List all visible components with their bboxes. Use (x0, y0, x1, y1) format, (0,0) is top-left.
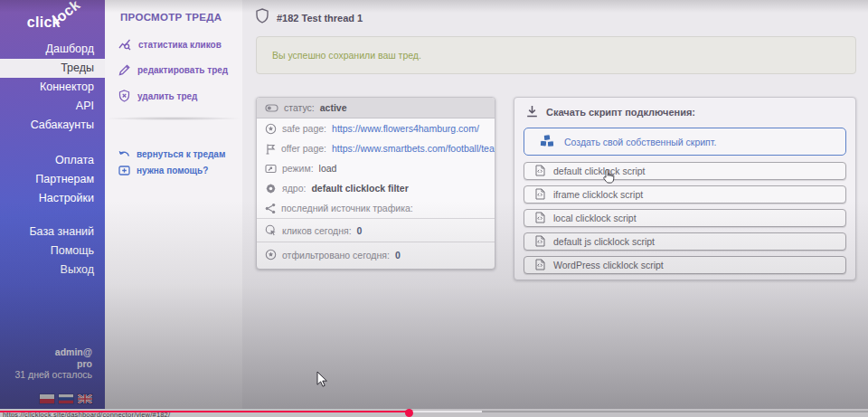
script-button-label: WordPress clicklock script (553, 260, 664, 270)
edit-thread-label: редактировать тред (137, 65, 228, 75)
shield-star-icon (265, 123, 277, 135)
status-value: active (320, 98, 347, 118)
filtered-today-value: 0 (395, 250, 401, 261)
share-icon (265, 203, 276, 214)
sidebar-nav: Дашборд Треды Коннектор API Сабакаунты О… (0, 40, 105, 280)
chart-magnifier-icon (118, 38, 131, 51)
video-progress-buffer (409, 411, 482, 412)
download-scripts-card: Скачать скрипт подключения: Создать свой… (514, 97, 856, 280)
mode-icon (265, 164, 277, 174)
mode-value: load (319, 163, 337, 174)
sidebar-item-subaccounts[interactable]: Сабакаунты (0, 116, 105, 135)
video-progress-handle[interactable] (405, 409, 413, 417)
safe-page-link[interactable]: https://www.flowers4hamburg.com/ (332, 123, 479, 134)
filtered-today-row: отфильтровано сегодня: 0 (257, 242, 495, 267)
sidebar-item-threads[interactable]: Треды (0, 59, 105, 78)
account-info: admin@ pro 31 дней осталось (14, 346, 92, 381)
file-code-icon (535, 259, 545, 272)
status-label: статус: (284, 98, 315, 118)
create-custom-script-button[interactable]: Создать свой собственный скрипт. (524, 128, 846, 156)
mode-label: режим: (282, 163, 314, 174)
delete-thread-link[interactable]: удалить тред (118, 90, 197, 102)
back-to-threads-label: вернуться к тредам (137, 149, 225, 159)
page-header: #182 Test thread 1 (256, 8, 363, 27)
script-button-label: iframe clicklock script (553, 189, 643, 200)
sidebar-item-payment[interactable]: Оплата (0, 151, 105, 170)
thread-status-card: статус: active safe page: https://www.fl… (256, 97, 495, 270)
create-custom-script-label: Создать свой собственный скрипт. (564, 137, 716, 147)
script-button-label: default js clicklock script (553, 236, 655, 247)
script-button-label: default clicklock script (553, 166, 646, 176)
traffic-source-label: последний источник трафика: (281, 203, 413, 213)
sidebar-item-api[interactable]: API (0, 97, 105, 116)
russia-flag-icon[interactable] (59, 394, 73, 403)
download-icon (526, 105, 538, 119)
filtered-today-label: отфильтровано сегодня: (282, 250, 390, 261)
clicklock-logo: clicklock (27, 14, 90, 31)
script-button-default-js[interactable]: default js clicklock script (524, 232, 846, 251)
success-alert-text: Вы успешно сохранили ваш тред. (257, 37, 855, 74)
scripts-card-title: Скачать скрипт подключения: (546, 107, 695, 118)
offer-page-link[interactable]: https://www.smartbets.com/football/tea..… (332, 143, 495, 154)
language-switcher (40, 394, 92, 403)
safe-page-label: safe page: (282, 123, 326, 134)
core-value: default clicklock filter (311, 183, 408, 194)
file-code-icon (535, 188, 545, 202)
click-stats-label: статистика кликов (138, 40, 222, 50)
poland-flag-icon[interactable] (40, 394, 54, 403)
scripts-card-header: Скачать скрипт подключения: (526, 105, 695, 119)
safe-page-row: safe page: https://www.flowers4hamburg.c… (257, 118, 495, 138)
undo-arrow-icon (118, 150, 130, 159)
edit-thread-link[interactable]: редактировать тред (118, 64, 228, 76)
thread-view-panel: ПРОСМОТР ТРЕДА статистика кликов редакти… (105, 0, 242, 411)
clicks-today-row: кликов сегодня: 0 (257, 218, 495, 242)
account-email: admin@ (14, 346, 92, 358)
sidebar-item-help[interactable]: Помощь (0, 242, 105, 261)
click-cursor-icon (265, 224, 277, 236)
script-button-label: local clicklock script (553, 213, 637, 223)
clicks-today-value: 0 (357, 225, 363, 236)
arrow-cursor (316, 371, 328, 392)
sidebar-item-logout[interactable]: Выход (0, 261, 105, 280)
sidebar-item-dashboard[interactable]: Дашборд (0, 40, 105, 59)
script-button-wordpress[interactable]: WordPress clicklock script (524, 256, 846, 274)
offer-page-row: offer page: https://www.smartbets.com/fo… (257, 138, 495, 158)
sidebar-item-knowledge-base[interactable]: База знаний (0, 223, 105, 242)
sidebar-item-partners[interactable]: Партнерам (0, 170, 105, 189)
script-button-default[interactable]: default clicklock script (524, 162, 846, 180)
back-to-threads-link[interactable]: вернуться к тредам (118, 149, 225, 159)
sidebar-item-connector[interactable]: Коннектор (0, 78, 105, 97)
clicks-today-label: кликов сегодня: (282, 225, 352, 236)
success-alert: Вы успешно сохранили ваш тред. (256, 36, 856, 74)
account-days-left: 31 дней осталось (14, 369, 92, 381)
script-button-local[interactable]: local clicklock script (524, 209, 846, 227)
shield-x-icon (118, 90, 130, 102)
toggle-icon (265, 104, 278, 112)
file-code-icon (535, 212, 545, 225)
delete-thread-label: удалить тред (137, 91, 197, 101)
offer-page-label: offer page: (281, 143, 326, 154)
sidebar: clicklock Дашборд Треды Коннектор API Са… (0, 0, 105, 411)
core-row: ядро: default clicklock filter (257, 178, 495, 198)
core-label: ядро: (282, 183, 306, 194)
thread-panel-title: ПРОСМОТР ТРЕДА (120, 12, 222, 23)
gear-icon (265, 183, 277, 194)
shield-icon (256, 8, 269, 27)
page-title: #182 Test thread 1 (277, 13, 363, 24)
flag-icon (265, 143, 276, 155)
file-code-icon (535, 165, 545, 178)
click-stats-link[interactable]: статистика кликов (118, 38, 222, 51)
cubes-icon (539, 134, 556, 150)
file-code-icon (535, 235, 545, 249)
mode-row: режим: load (257, 158, 495, 178)
script-button-iframe[interactable]: iframe clicklock script (524, 185, 846, 204)
need-help-link[interactable]: нужна помощь? (118, 166, 208, 175)
sidebar-item-settings[interactable]: Настройки (0, 189, 105, 208)
pencil-icon (118, 64, 130, 76)
browser-statusbar: https://clicklock.site/dashboard/connect… (0, 409, 868, 417)
uk-flag-icon[interactable] (78, 394, 92, 403)
account-plan: pro (14, 358, 92, 370)
shield-check-icon (265, 249, 277, 261)
traffic-source-row: последний источник трафика: (257, 198, 495, 218)
statusbar-url: https://clicklock.site/dashboard/connect… (3, 411, 170, 417)
